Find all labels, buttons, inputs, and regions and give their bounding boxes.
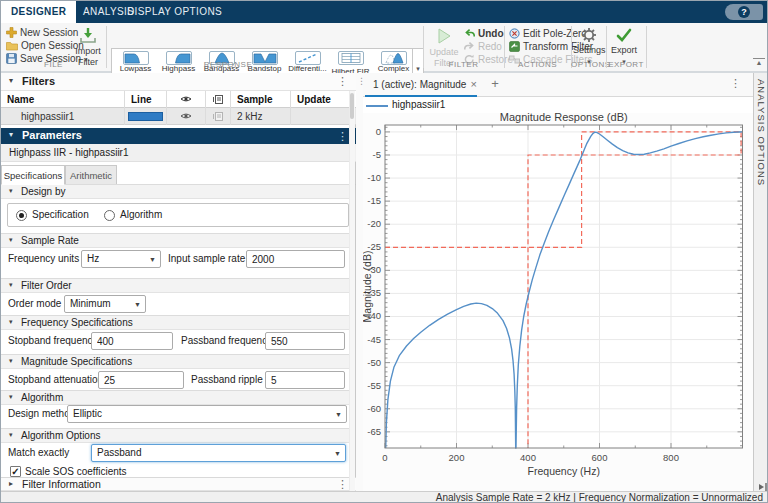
figure-tab-bar: 1 (active): Magnitude× + ⋮ [363, 73, 753, 97]
parameters-panel-header[interactable]: ▾ Parameters ⋮ [1, 128, 356, 144]
algorithm-options-section-header[interactable]: ▾Algorithm Options [1, 428, 349, 443]
svg-text:Magnitude (dB): Magnitude (dB) [363, 251, 373, 323]
tab-display-options[interactable]: DISPLAY OPTIONS [117, 1, 232, 23]
panel-splitter[interactable]: ⋮ [356, 73, 363, 491]
line-color-swatch[interactable] [128, 112, 163, 121]
svg-text:600: 600 [592, 452, 608, 463]
scale-sos-checkbox[interactable]: ✓ [10, 466, 21, 477]
magnitude-specs-section-header[interactable]: ▾Magnitude Specifications [1, 354, 349, 369]
export-check-icon [616, 35, 632, 45]
col-update-status: Update Status [291, 91, 356, 108]
order-mode-dropdown[interactable]: Minimum▼ [64, 295, 146, 313]
redo-button[interactable]: Redo [464, 41, 502, 53]
filter-information-header[interactable]: ▸ Filter Information ⋮ [1, 477, 356, 491]
parameters-menu-icon[interactable]: ⋮ [337, 130, 348, 143]
filter-visibility-toggle[interactable] [167, 108, 206, 125]
svg-text:200: 200 [449, 452, 465, 463]
svg-text:-5: -5 [373, 149, 381, 160]
passband-frequency-field[interactable] [265, 332, 345, 350]
radio-specification[interactable] [16, 210, 27, 221]
close-tab-icon[interactable]: × [470, 78, 476, 90]
design-by-groupbox: Specification Algorithm [7, 203, 349, 227]
tab-arithmetic[interactable]: Arithmetic [65, 165, 117, 185]
filter-information-expand-icon[interactable]: ▸ [9, 479, 13, 488]
input-sample-rate-field[interactable] [246, 250, 345, 268]
frequency-specs-collapse-icon[interactable]: ▾ [9, 318, 13, 326]
filters-menu-icon[interactable]: ⋮ [337, 75, 348, 88]
filter-annotation-toggle[interactable] [206, 108, 231, 125]
frequency-units-label: Frequency units [8, 250, 79, 268]
figure-tab-menu-icon[interactable]: ⋮ [730, 77, 741, 90]
filters-collapse-icon[interactable]: ▾ [9, 76, 13, 85]
legend-line-sample [366, 105, 388, 107]
dock-panel-icon[interactable] [757, 478, 767, 488]
undo-button[interactable]: Undo [464, 28, 504, 40]
help-icon: ? [738, 6, 750, 18]
filters-table-header: Name Line Sample Rate Update Status [1, 91, 356, 108]
radio-algorithm[interactable] [104, 210, 115, 221]
status-bar: Analysis Sample Rate = 2 kHz | Frequency… [1, 491, 768, 503]
design-by-section-header[interactable]: ▾Design by [1, 184, 349, 199]
collapse-ribbon-button[interactable]: ▲ [753, 58, 765, 67]
passband-ripple-field[interactable] [265, 371, 345, 389]
match-exactly-label: Match exactly [8, 444, 69, 462]
new-session-icon [6, 27, 17, 40]
dropdown-caret-icon: ▼ [149, 252, 156, 268]
frequency-specs-section-header[interactable]: ▾Frequency Specifications [1, 315, 349, 330]
col-name: Name [1, 91, 125, 108]
parameters-tabs: Specifications Arithmetic [1, 165, 356, 185]
svg-text:Magnitude Response (dB): Magnitude Response (dB) [500, 113, 628, 123]
parameters-subtitle: Highpass IIR - highpassiir1 [1, 144, 356, 162]
filter-row-highpassiir1[interactable]: highpassiir1 2 kHz [1, 108, 356, 125]
svg-text:-60: -60 [367, 403, 381, 414]
filter-name[interactable]: highpassiir1 [1, 108, 125, 125]
stopband-frequency-field[interactable] [91, 332, 173, 350]
algorithm-section-header[interactable]: ▾Algorithm [1, 390, 349, 405]
filter-line-cell[interactable] [125, 108, 167, 125]
new-session-button[interactable]: New Session [6, 27, 78, 39]
analysis-options-strip[interactable]: ANALYSIS OPTIONS [753, 73, 768, 491]
sample-rate-section-header[interactable]: ▾Sample Rate [1, 233, 349, 248]
filter-designer-window: DESIGNER ANALYSIS DISPLAY OPTIONS ? New … [0, 0, 768, 503]
svg-text:-10: -10 [367, 172, 381, 183]
actions-section-label: ACTIONS [504, 60, 571, 69]
left-panel-scrollbar[interactable] [349, 91, 355, 491]
dropdown-caret-icon: ▼ [335, 407, 342, 423]
left-panel: ▾ Filters ⋮ Name Line Sample Rate Update… [1, 73, 356, 491]
filter-section-label: FILTER [423, 60, 504, 69]
settings-gear-icon [581, 35, 597, 45]
filters-panel-header[interactable]: ▾ Filters ⋮ [1, 73, 356, 91]
new-figure-tab-button[interactable]: + [485, 73, 505, 97]
magnitude-specs-collapse-icon[interactable]: ▾ [9, 357, 13, 365]
help-button[interactable]: ? [725, 4, 763, 20]
algorithm-collapse-icon[interactable]: ▾ [9, 393, 13, 401]
filter-order-section-header[interactable]: ▾Filter Order [1, 278, 349, 293]
magnitude-response-chart[interactable]: 02004006008000-5-10-15-20-25-30-35-40-45… [363, 113, 753, 491]
design-by-collapse-icon[interactable]: ▾ [9, 187, 13, 195]
figure-legend: highpassiir1 [363, 97, 753, 113]
design-method-dropdown[interactable]: Elliptic▼ [67, 405, 347, 423]
filter-update-status [291, 108, 356, 125]
svg-text:0: 0 [376, 126, 381, 137]
filter-order-collapse-icon[interactable]: ▾ [9, 281, 13, 289]
col-annotation-icon [206, 91, 231, 108]
open-folder-icon [6, 41, 18, 53]
gallery-caret-icon: ▾ [416, 65, 420, 72]
stopband-attenuation-field[interactable] [98, 371, 184, 389]
figure-tab-magnitude[interactable]: 1 (active): Magnitude× [365, 73, 477, 97]
transform-filter-icon [509, 41, 520, 54]
tab-specifications[interactable]: Specifications [1, 165, 65, 185]
svg-text:-65: -65 [367, 426, 381, 437]
dropdown-caret-icon: ▼ [134, 297, 141, 313]
dropdown-caret-icon: ▼ [334, 446, 341, 462]
sample-rate-collapse-icon[interactable]: ▾ [9, 236, 13, 244]
file-section-label: FILE [1, 60, 106, 69]
match-exactly-dropdown[interactable]: Passband▼ [91, 444, 346, 462]
options-section-label: OPTIONS [571, 60, 606, 69]
frequency-units-dropdown[interactable]: Hz▼ [81, 250, 161, 268]
algorithm-options-collapse-icon[interactable]: ▾ [9, 431, 13, 439]
parameters-collapse-icon[interactable]: ▾ [9, 130, 13, 139]
tab-designer[interactable]: DESIGNER [1, 1, 76, 23]
svg-text:-45: -45 [367, 334, 381, 345]
filter-information-menu-icon[interactable]: ⋮ [337, 478, 348, 491]
